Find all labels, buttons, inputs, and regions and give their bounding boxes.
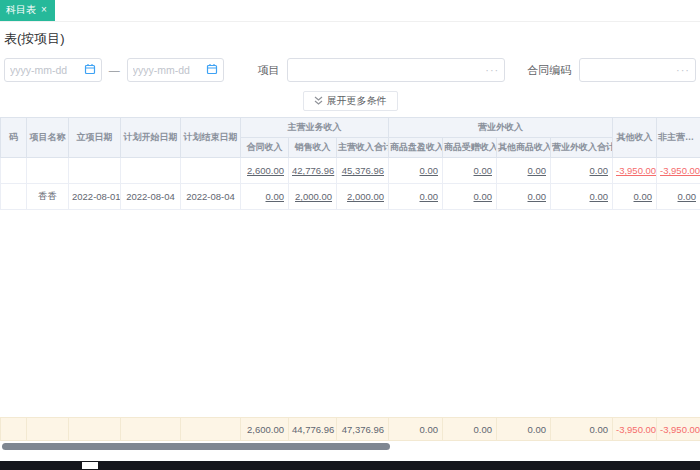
value-link[interactable]: 0.00 xyxy=(497,184,551,210)
group-header-main-revenue: 主营业务收入 xyxy=(241,118,389,138)
group-header-nonoperating-revenue: 营业外收入 xyxy=(389,118,613,138)
value-link[interactable]: 0.00 xyxy=(389,184,443,210)
value-link[interactable]: 0.00 xyxy=(613,184,657,210)
date-start-field[interactable] xyxy=(10,64,84,76)
summary-row: 2,600.00 44,776.96 47,376.96 0.00 0.00 0… xyxy=(0,417,700,441)
col-header-nonmain-total: 非主营收入合计 xyxy=(657,118,700,158)
tab-report[interactable]: 科目表 × xyxy=(0,0,55,21)
col-header-donated-goods: 商品受赠收入 xyxy=(443,138,497,158)
summary-empty xyxy=(121,418,181,441)
date-separator: — xyxy=(109,64,120,76)
taskbar-strip xyxy=(0,461,700,470)
cell-code xyxy=(1,158,27,184)
summary-value: 0.00 xyxy=(551,418,613,441)
value-link[interactable]: -3,950.00 xyxy=(657,158,700,184)
cell-start-date xyxy=(69,158,121,184)
summary-value: 47,376.96 xyxy=(337,418,389,441)
col-header-other-income: 其他收入 xyxy=(613,118,657,158)
project-more-button[interactable]: ··· xyxy=(481,64,499,76)
contract-input[interactable]: ··· xyxy=(579,58,696,82)
page-title: 表(按项目) xyxy=(0,22,700,50)
cell-plan-start: 2022-08-04 xyxy=(121,184,181,210)
cell-plan-start xyxy=(121,158,181,184)
expand-row: 展开更多条件 xyxy=(0,88,700,117)
value-link[interactable]: 0.00 xyxy=(551,158,613,184)
summary-value: -3,950.00 xyxy=(613,418,657,441)
expand-more-button[interactable]: 展开更多条件 xyxy=(303,91,398,111)
value-link[interactable]: 0.00 xyxy=(241,184,289,210)
summary-empty xyxy=(181,418,241,441)
cell-project-name xyxy=(27,158,69,184)
value-link[interactable]: 0.00 xyxy=(497,158,551,184)
value-link[interactable]: 45,376.96 xyxy=(337,158,389,184)
app-window: 科目表 × 表(按项目) — 项目 ··· 合同编码 ··· xyxy=(0,0,700,470)
col-header-start-date: 立项日期 xyxy=(69,118,121,158)
col-header-inventory-gain: 商品盘盈收入 xyxy=(389,138,443,158)
cell-plan-end xyxy=(181,158,241,184)
close-icon[interactable]: × xyxy=(41,5,47,15)
table-row: 香香 2022-08-01 2022-08-04 2022-08-04 0.00… xyxy=(1,184,700,210)
tab-label: 科目表 xyxy=(6,3,36,17)
value-link[interactable]: 0.00 xyxy=(551,184,613,210)
contract-field[interactable] xyxy=(585,64,672,76)
calendar-icon[interactable] xyxy=(206,63,218,77)
project-field[interactable] xyxy=(293,64,481,76)
summary-empty xyxy=(27,418,69,441)
summary-value: 2,600.00 xyxy=(241,418,289,441)
tab-bar: 科目表 × xyxy=(0,0,700,22)
col-header-other-goods: 其他商品收入 xyxy=(497,138,551,158)
col-header-project-name: 项目名称 xyxy=(27,118,69,158)
col-header-sales-income: 销售收入 xyxy=(289,138,337,158)
taskbar-icon xyxy=(82,462,98,469)
col-header-code: 码 xyxy=(1,118,27,158)
cell-project-name: 香香 xyxy=(27,184,69,210)
col-header-plan-end: 计划结束日期 xyxy=(181,118,241,158)
date-end-field[interactable] xyxy=(133,64,207,76)
table-row: 2,600.00 42,776.96 45,376.96 0.00 0.00 0… xyxy=(1,158,700,184)
date-start-input[interactable] xyxy=(4,58,102,82)
cell-start-date: 2022-08-01 xyxy=(69,184,121,210)
summary-value: 0.00 xyxy=(443,418,497,441)
value-link[interactable]: 0.00 xyxy=(443,158,497,184)
chevron-double-down-icon xyxy=(314,96,323,106)
col-header-main-income-total: 主营收入合计 xyxy=(337,138,389,158)
date-end-input[interactable] xyxy=(127,58,225,82)
report-table: 码 项目名称 立项日期 计划开始日期 计划结束日期 主营业务收入 营业外收入 其… xyxy=(0,117,700,210)
col-header-contract-income: 合同收入 xyxy=(241,138,289,158)
scrollbar-thumb[interactable] xyxy=(2,443,390,450)
col-header-nonoperating-total: 营业外收入合计 xyxy=(551,138,613,158)
summary-value: 0.00 xyxy=(389,418,443,441)
contract-label: 合同编码 xyxy=(527,63,571,78)
value-link[interactable]: 0.00 xyxy=(443,184,497,210)
value-link[interactable]: 2,000.00 xyxy=(289,184,337,210)
summary-value: 0.00 xyxy=(497,418,551,441)
value-link[interactable]: 2,600.00 xyxy=(241,158,289,184)
calendar-icon[interactable] xyxy=(84,63,96,77)
summary-empty xyxy=(69,418,121,441)
value-link[interactable]: 0.00 xyxy=(657,184,700,210)
filter-bar: — 项目 ··· 合同编码 ··· xyxy=(0,50,700,88)
col-header-plan-start: 计划开始日期 xyxy=(121,118,181,158)
contract-more-button[interactable]: ··· xyxy=(672,64,690,76)
value-link[interactable]: 0.00 xyxy=(389,158,443,184)
summary-empty xyxy=(1,418,27,441)
summary-value: 44,776.96 xyxy=(289,418,337,441)
cell-code xyxy=(1,184,27,210)
value-link[interactable]: -3,950.00 xyxy=(613,158,657,184)
cell-plan-end: 2022-08-04 xyxy=(181,184,241,210)
project-label: 项目 xyxy=(257,63,279,78)
summary-value: -3,950.00 xyxy=(657,418,700,441)
horizontal-scrollbar xyxy=(0,443,700,451)
expand-more-label: 展开更多条件 xyxy=(327,94,387,108)
value-link[interactable]: 42,776.96 xyxy=(289,158,337,184)
value-link[interactable]: 2,000.00 xyxy=(337,184,389,210)
project-input[interactable]: ··· xyxy=(287,58,505,82)
